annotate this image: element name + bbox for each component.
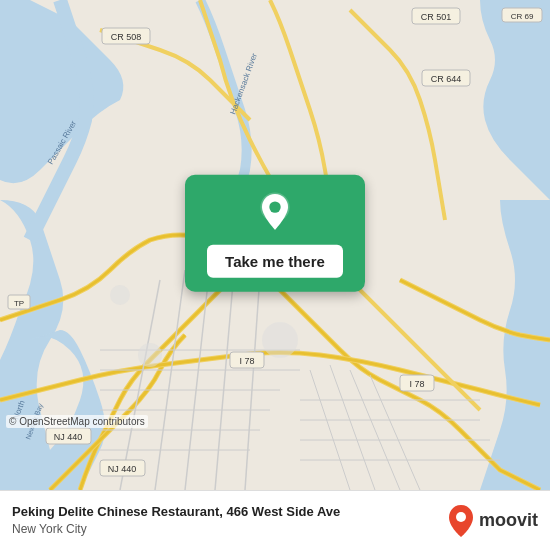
svg-text:CR 69: CR 69: [511, 12, 534, 21]
svg-text:CR 501: CR 501: [421, 12, 452, 22]
svg-point-20: [262, 322, 298, 358]
osm-credit: © OpenStreetMap contributors: [6, 415, 148, 428]
svg-text:I 78: I 78: [409, 379, 424, 389]
svg-text:NJ 440: NJ 440: [108, 464, 137, 474]
restaurant-info: Peking Delite Chinese Restaurant, 466 We…: [12, 503, 439, 538]
svg-text:TP: TP: [14, 299, 24, 308]
restaurant-name: Peking Delite Chinese Restaurant, 466 We…: [12, 503, 439, 521]
svg-text:I 78: I 78: [239, 356, 254, 366]
map-pin-icon: [253, 191, 297, 235]
location-card: Take me there: [185, 175, 365, 292]
svg-text:NJ 440: NJ 440: [54, 432, 83, 442]
moovit-pin-icon: [447, 503, 475, 539]
svg-point-50: [456, 512, 466, 522]
moovit-logo: moovit: [447, 503, 538, 539]
bottom-bar: Peking Delite Chinese Restaurant, 466 We…: [0, 490, 550, 550]
take-me-there-button[interactable]: Take me there: [207, 245, 343, 278]
map-container: CR 508 CR 501 CR 644 CR 501 NJ 440 NJ 44…: [0, 0, 550, 490]
svg-text:CR 508: CR 508: [111, 32, 142, 42]
svg-point-21: [138, 343, 162, 367]
svg-point-22: [110, 285, 130, 305]
moovit-text: moovit: [479, 510, 538, 531]
restaurant-address: New York City: [12, 521, 439, 538]
svg-text:CR 644: CR 644: [431, 74, 462, 84]
svg-point-49: [269, 201, 280, 212]
